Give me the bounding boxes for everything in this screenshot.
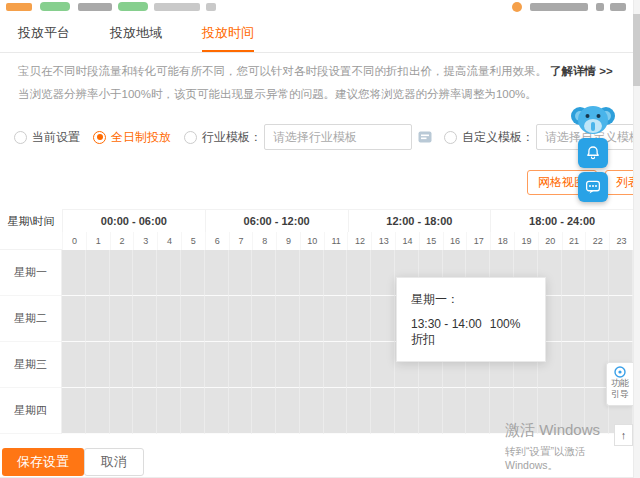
schedule-cell[interactable] <box>181 296 205 342</box>
schedule-cell[interactable] <box>252 388 276 434</box>
schedule-cell[interactable] <box>371 388 395 434</box>
template-options-row: 当前设置 全日制投放 行业模板： 请选择行业模板 自定义模板： 请选择自定义模板 <box>14 122 640 152</box>
schedule-cell[interactable] <box>371 296 395 342</box>
notice-text: 宝贝在不同时段流量和转化可能有所不同，您可以针对各时段设置不同的折扣出价，提高流… <box>18 65 547 77</box>
day-cells <box>62 296 633 342</box>
save-settings-button[interactable]: 保存设置 <box>2 448 84 476</box>
schedule-cell[interactable] <box>324 296 348 342</box>
option-label: 自定义模板： <box>462 129 534 146</box>
schedule-cell[interactable] <box>157 388 181 434</box>
schedule-cell[interactable] <box>276 388 300 434</box>
schedule-cell[interactable] <box>300 250 324 296</box>
up-arrow-icon: ↑ <box>621 429 627 441</box>
schedule-cell[interactable] <box>585 296 609 342</box>
radio-full-day[interactable] <box>93 131 106 144</box>
schedule-cell[interactable] <box>110 296 134 342</box>
feature-guide-panel[interactable]: 功能 引导 <box>606 362 633 406</box>
schedule-cell[interactable] <box>395 388 419 434</box>
schedule-cell[interactable] <box>347 388 371 434</box>
schedule-cell[interactable] <box>229 342 253 388</box>
day-cells <box>62 342 633 388</box>
schedule-cell[interactable] <box>205 342 229 388</box>
tab-region[interactable]: 投放地域 <box>110 13 162 52</box>
schedule-cell[interactable] <box>562 296 586 342</box>
tab-platform[interactable]: 投放平台 <box>18 13 70 52</box>
schedule-cell[interactable] <box>229 296 253 342</box>
schedule-cell[interactable] <box>347 342 371 388</box>
schedule-cell[interactable] <box>86 250 110 296</box>
topbar-fragment <box>40 2 70 11</box>
schedule-cell[interactable] <box>133 342 157 388</box>
schedule-cell[interactable] <box>229 250 253 296</box>
schedule-cell[interactable] <box>276 250 300 296</box>
schedule-cell[interactable] <box>205 296 229 342</box>
schedule-cell[interactable] <box>110 388 134 434</box>
schedule-cell[interactable] <box>252 250 276 296</box>
schedule-cell[interactable] <box>157 342 181 388</box>
radio-industry-template[interactable] <box>184 131 197 144</box>
cancel-button[interactable]: 取消 <box>84 448 144 476</box>
tooltip-detail: 13:30 - 14:00100%折扣 <box>411 317 531 348</box>
schedule-cell[interactable] <box>133 296 157 342</box>
schedule-cell[interactable] <box>133 388 157 434</box>
schedule-cell[interactable] <box>324 342 348 388</box>
schedule-cell[interactable] <box>347 250 371 296</box>
schedule-cell[interactable] <box>609 296 633 342</box>
hour-row: 01234567891011121314151617181920212223 <box>62 232 633 250</box>
industry-template-select[interactable]: 请选择行业模板 <box>264 124 412 150</box>
customer-service-chat-button[interactable] <box>578 172 608 202</box>
schedule-cell[interactable] <box>562 342 586 388</box>
schedule-cell[interactable] <box>181 250 205 296</box>
schedule-cell[interactable] <box>324 388 348 434</box>
learn-more-link[interactable]: 了解详情 >> <box>550 65 613 77</box>
schedule-cell[interactable] <box>324 250 348 296</box>
schedule-cell[interactable] <box>205 388 229 434</box>
schedule-cell[interactable] <box>300 342 324 388</box>
schedule-cell[interactable] <box>609 250 633 296</box>
schedule-cell[interactable] <box>157 296 181 342</box>
schedule-cell[interactable] <box>371 250 395 296</box>
schedule-cell[interactable] <box>110 342 134 388</box>
schedule-cell[interactable] <box>300 388 324 434</box>
schedule-cell[interactable] <box>62 342 86 388</box>
schedule-cell[interactable] <box>252 342 276 388</box>
back-to-top-button[interactable]: ↑ <box>614 424 633 446</box>
schedule-cell[interactable] <box>86 296 110 342</box>
schedule-cell[interactable] <box>276 342 300 388</box>
schedule-cell[interactable] <box>347 296 371 342</box>
schedule-cell[interactable] <box>585 250 609 296</box>
schedule-cell[interactable] <box>276 296 300 342</box>
schedule-cell[interactable] <box>62 250 86 296</box>
topbar-fragment <box>596 3 604 11</box>
schedule-cell[interactable] <box>443 388 467 434</box>
schedule-cell[interactable] <box>133 250 157 296</box>
notice-block: 宝贝在不同时段流量和转化可能有所不同，您可以针对各时段设置不同的折扣出价，提高流… <box>18 60 616 106</box>
schedule-cell[interactable] <box>157 250 181 296</box>
notification-bell-button[interactable] <box>578 138 608 168</box>
elephant-mascot <box>570 98 616 140</box>
schedule-cell[interactable] <box>205 250 229 296</box>
option-current-setting: 当前设置 <box>14 129 80 146</box>
tab-time[interactable]: 投放时间 <box>202 13 254 52</box>
hour-label: 9 <box>276 232 300 250</box>
schedule-cell[interactable] <box>466 388 490 434</box>
schedule-cell[interactable] <box>86 388 110 434</box>
schedule-cell[interactable] <box>229 388 253 434</box>
schedule-cell[interactable] <box>562 250 586 296</box>
schedule-cell[interactable] <box>371 342 395 388</box>
schedule-cell[interactable] <box>252 296 276 342</box>
schedule-cell[interactable] <box>300 296 324 342</box>
schedule-cell[interactable] <box>86 342 110 388</box>
option-label: 全日制投放 <box>111 129 171 146</box>
schedule-cell[interactable] <box>110 250 134 296</box>
radio-custom-template[interactable] <box>444 131 457 144</box>
schedule-cell[interactable] <box>181 388 205 434</box>
radio-current-setting[interactable] <box>14 131 27 144</box>
template-badge-icon[interactable] <box>418 130 432 144</box>
schedule-cell[interactable] <box>419 388 443 434</box>
schedule-cell[interactable] <box>181 342 205 388</box>
vertical-scrollbar-thumb[interactable] <box>633 14 640 86</box>
schedule-cell[interactable] <box>62 388 86 434</box>
schedule-cell[interactable] <box>62 296 86 342</box>
topbar-fragment <box>154 3 200 11</box>
